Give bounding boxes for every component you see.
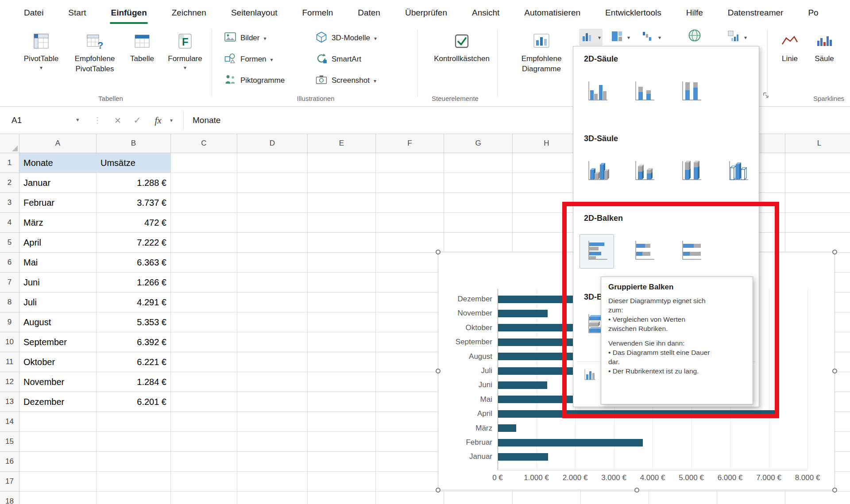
cell-C14[interactable] bbox=[171, 412, 237, 432]
cell-F5[interactable] bbox=[376, 233, 444, 253]
cell-G3[interactable] bbox=[444, 193, 513, 213]
piktogramme-button[interactable]: Piktogramme bbox=[224, 72, 285, 89]
cell-D5[interactable] bbox=[237, 233, 308, 253]
cell-C17[interactable] bbox=[171, 472, 237, 492]
cell-B9[interactable]: 5.353 € bbox=[97, 312, 171, 332]
cell-E7[interactable] bbox=[308, 273, 376, 292]
formulare-button[interactable]: F Formulare ▾ bbox=[162, 29, 208, 99]
row-header-2[interactable]: 2 bbox=[0, 173, 19, 193]
tab-datei[interactable]: Datei bbox=[12, 0, 56, 25]
cell-F6[interactable] bbox=[376, 253, 444, 273]
cell-F11[interactable] bbox=[376, 352, 444, 372]
cell-B8[interactable]: 4.291 € bbox=[97, 292, 171, 312]
more-charts-menu-item[interactable] bbox=[582, 366, 597, 385]
cell-B10[interactable]: 6.392 € bbox=[97, 332, 171, 352]
cell-E9[interactable] bbox=[308, 312, 376, 332]
namebox-splitter[interactable]: ⋮ bbox=[94, 111, 101, 130]
cell-G1[interactable] bbox=[444, 153, 513, 173]
cell-C8[interactable] bbox=[171, 292, 237, 312]
cell-L2[interactable] bbox=[785, 173, 850, 193]
insert-function-button[interactable]: fx bbox=[149, 111, 167, 130]
enter-check-icon[interactable]: ✓ bbox=[129, 111, 145, 130]
chart-type-bar-stacked100-button[interactable] bbox=[673, 234, 708, 269]
row-header-16[interactable]: 16 bbox=[0, 452, 19, 472]
chevron-down-icon[interactable]: ▾ bbox=[76, 116, 79, 123]
row-header-7[interactable]: 7 bbox=[0, 273, 19, 292]
cell-L3[interactable] bbox=[785, 193, 850, 213]
cell-C11[interactable] bbox=[171, 352, 237, 372]
empfohlene-pivottables-button[interactable]: ? Empfohlene PivotTables bbox=[67, 29, 122, 99]
cell-F17[interactable] bbox=[376, 472, 444, 492]
cell-A1[interactable]: Monate bbox=[19, 153, 97, 173]
chart-type-bar-clustered-button[interactable] bbox=[580, 234, 614, 269]
cell-D16[interactable] bbox=[237, 452, 308, 472]
cell-E8[interactable] bbox=[308, 292, 376, 312]
chart-resize-handle[interactable] bbox=[832, 369, 837, 373]
chart-type-col3d-stacked-button[interactable] bbox=[626, 154, 661, 189]
row-header-11[interactable]: 11 bbox=[0, 352, 19, 372]
tab-po[interactable]: Po bbox=[796, 0, 831, 25]
chart-type-col3d-stacked100-button[interactable] bbox=[673, 154, 708, 189]
cell-C16[interactable] bbox=[171, 452, 237, 472]
formen-button[interactable]: Formen ▾ bbox=[224, 51, 273, 68]
cell-F18[interactable] bbox=[376, 492, 444, 504]
cell-B11[interactable]: 6.221 € bbox=[97, 352, 171, 372]
tab-daten[interactable]: Daten bbox=[345, 0, 393, 25]
3d-modelle-button[interactable]: 3D-Modelle ▾ bbox=[315, 30, 377, 46]
tab-zeichnen[interactable]: Zeichnen bbox=[159, 0, 219, 25]
cell-A10[interactable]: September bbox=[19, 332, 97, 352]
cell-F15[interactable] bbox=[376, 432, 444, 452]
cell-E2[interactable] bbox=[308, 173, 376, 193]
cell-H5[interactable] bbox=[513, 233, 581, 253]
column-header-L[interactable]: L bbox=[785, 134, 850, 153]
cell-B12[interactable]: 1.284 € bbox=[97, 372, 171, 392]
cell-D2[interactable] bbox=[237, 173, 308, 193]
cell-B7[interactable]: 1.266 € bbox=[97, 273, 171, 292]
cell-A11[interactable]: Oktober bbox=[19, 352, 97, 372]
cell-B1[interactable]: Umsätze bbox=[97, 153, 171, 173]
cell-H3[interactable] bbox=[513, 193, 581, 213]
cell-H2[interactable] bbox=[513, 173, 581, 193]
chart-type-col3d-clustered-button[interactable] bbox=[580, 154, 614, 189]
cell-C9[interactable] bbox=[171, 312, 237, 332]
cell-C13[interactable] bbox=[171, 392, 237, 412]
tab-seitenlayout[interactable]: Seitenlayout bbox=[219, 0, 290, 25]
cell-F9[interactable] bbox=[376, 312, 444, 332]
cell-A9[interactable]: August bbox=[19, 312, 97, 332]
sparkline-saeule-button[interactable]: Säule bbox=[809, 29, 839, 99]
cell-E10[interactable] bbox=[308, 332, 376, 352]
row-header-1[interactable]: 1 bbox=[0, 153, 19, 173]
cell-L1[interactable] bbox=[785, 153, 850, 173]
tab-datenstreamer[interactable]: Datenstreamer bbox=[715, 0, 796, 25]
cell-B18[interactable] bbox=[97, 492, 171, 504]
cell-E18[interactable] bbox=[308, 492, 376, 504]
insert-hierarchy-chart-button[interactable]: ▾ bbox=[610, 29, 630, 46]
tab-automatisieren[interactable]: Automatisieren bbox=[512, 0, 593, 25]
row-header-18[interactable]: 18 bbox=[0, 492, 19, 504]
cell-F7[interactable] bbox=[376, 273, 444, 292]
cell-D6[interactable] bbox=[237, 253, 308, 273]
cell-E12[interactable] bbox=[308, 372, 376, 392]
cell-C18[interactable] bbox=[171, 492, 237, 504]
chart-type-col3d-button[interactable] bbox=[720, 154, 755, 189]
cell-A8[interactable]: Juli bbox=[19, 292, 97, 312]
cell-H1[interactable] bbox=[513, 153, 581, 173]
cell-I18[interactable] bbox=[581, 492, 649, 504]
row-header-12[interactable]: 12 bbox=[0, 372, 19, 392]
column-header-F[interactable]: F bbox=[376, 134, 444, 153]
cell-C6[interactable] bbox=[171, 253, 237, 273]
chart-type-col-clustered-button[interactable] bbox=[580, 75, 614, 109]
cell-A18[interactable] bbox=[19, 492, 97, 504]
cell-E1[interactable] bbox=[308, 153, 376, 173]
row-header-5[interactable]: 5 bbox=[0, 233, 19, 253]
cell-D12[interactable] bbox=[237, 372, 308, 392]
cell-E6[interactable] bbox=[308, 253, 376, 273]
tab-hilfe[interactable]: Hilfe bbox=[674, 0, 715, 25]
cell-C2[interactable] bbox=[171, 173, 237, 193]
cell-B16[interactable] bbox=[97, 452, 171, 472]
cell-D11[interactable] bbox=[237, 352, 308, 372]
cell-D13[interactable] bbox=[237, 392, 308, 412]
cell-F3[interactable] bbox=[376, 193, 444, 213]
cell-D17[interactable] bbox=[237, 472, 308, 492]
cell-A2[interactable]: Januar bbox=[19, 173, 97, 193]
